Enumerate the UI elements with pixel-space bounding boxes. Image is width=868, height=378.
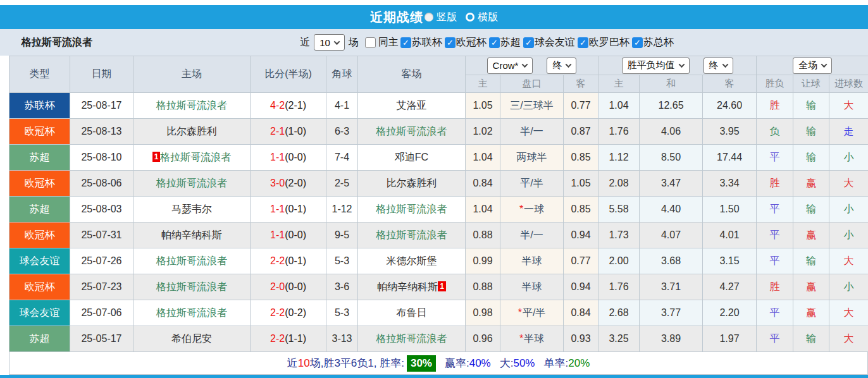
odds-away-cell: 0.87	[564, 119, 598, 145]
team-link[interactable]: 格拉斯哥流浪者	[160, 152, 231, 162]
league-badge: 苏联杯	[9, 93, 70, 119]
corner-cell: 3-13	[326, 326, 358, 352]
score-cell: 2-2(1-1)	[251, 326, 326, 352]
odds-stage-select[interactable]: 终	[547, 58, 576, 74]
match-row: 球会友谊25-07-06格拉斯哥流浪者2-2(0-2)5-3布鲁日0.98*平/…	[9, 300, 868, 326]
team-link: 比尔森胜利	[387, 178, 437, 188]
league-checkbox-label[interactable]: 苏总杯	[643, 36, 674, 49]
team-link[interactable]: 格拉斯哥流浪者	[156, 307, 227, 318]
home-team-cell: 帕纳辛纳科斯	[133, 223, 251, 248]
score-cell: 2-2(0-1)	[251, 248, 326, 274]
score-cell: 1-1(0-0)	[251, 223, 326, 248]
match-count-select[interactable]: 10	[314, 34, 345, 51]
mean-home-cell: 1.73	[598, 223, 640, 248]
league-checkbox-label[interactable]: 苏联杯	[412, 36, 442, 49]
mean-draw-cell: 4.40	[640, 197, 703, 223]
mean-stage-select[interactable]: 终	[704, 58, 733, 74]
mean-home-cell: 1.12	[598, 145, 640, 171]
match-date: 25-08-17	[70, 93, 133, 119]
score-cell: 2-0(0-0)	[251, 274, 326, 300]
team-link[interactable]: 格拉斯哥流浪者	[156, 178, 227, 188]
result-cell: 胜	[757, 274, 793, 300]
team-link[interactable]: 格拉斯哥流浪者	[376, 204, 447, 214]
goals-result-cell: 大	[829, 300, 868, 326]
league-checkbox-label[interactable]: 欧罗巴杯	[589, 36, 629, 49]
corner-cell: 4-1	[326, 93, 358, 119]
handicap-line-cell: 半/一	[500, 119, 564, 145]
radio-horizontal[interactable]	[466, 13, 474, 21]
result-cell: 胜	[757, 171, 793, 197]
handicap-star: *	[519, 333, 523, 344]
odds-home-cell: 0.96	[466, 326, 500, 352]
odds-away-cell: 0.77	[564, 93, 598, 119]
team-link[interactable]: 格拉斯哥流浪者	[376, 126, 447, 137]
goals-result-cell: 小	[829, 145, 868, 171]
result-cell: 平	[757, 145, 793, 171]
league-checkbox[interactable]: ✓	[445, 37, 456, 48]
league-badge: 球会友谊	[9, 300, 70, 326]
col-away: 客场	[358, 56, 466, 93]
radio-vertical-label[interactable]: 竖版	[437, 11, 457, 24]
chevron-down-icon	[566, 61, 572, 68]
team-link[interactable]: 格拉斯哥流浪者	[156, 100, 227, 111]
col-odds-line: 盘口	[500, 75, 564, 93]
mean-type-select[interactable]: 胜平负均值	[622, 58, 690, 74]
odds-away-cell: 0.85	[564, 145, 598, 171]
league-checkbox-label[interactable]: 球会友谊	[535, 36, 575, 49]
team-link[interactable]: 格拉斯哥流浪者	[156, 281, 227, 292]
team-link[interactable]: 格拉斯哥流浪者	[156, 255, 227, 266]
league-checkbox-label[interactable]: 欧冠杯	[456, 36, 487, 49]
result-cell: 平	[757, 223, 793, 248]
league-checkbox[interactable]: ✓	[489, 37, 500, 48]
col-mean-away: 客	[703, 75, 757, 93]
col-type: 类型	[9, 56, 70, 93]
odds-away-cell: 0.85	[564, 197, 598, 223]
single-value: 20%	[568, 357, 590, 370]
handicap-result-cell: 输	[793, 93, 829, 119]
league-badge: 苏超	[9, 197, 70, 223]
league-checkbox[interactable]: ✓	[632, 37, 643, 48]
corner-cell: 2-5	[326, 171, 358, 197]
team-link: 帕纳辛纳科斯	[161, 229, 222, 240]
radio-horizontal-label[interactable]: 横版	[478, 11, 498, 24]
league-checkbox[interactable]: ✓	[400, 37, 411, 48]
match-date: 25-08-03	[70, 197, 133, 223]
layout-radio-group: 竖版 横版	[425, 11, 498, 24]
away-team-cell: 格拉斯哥流浪者	[358, 223, 466, 248]
handicap-result-cell: 赢	[793, 274, 829, 300]
odds-home-cell: 0.88	[466, 274, 500, 300]
team-link: 布鲁日	[397, 307, 427, 318]
league-badge: 欧冠杯	[9, 119, 70, 145]
league-badge: 欧冠杯	[9, 223, 70, 248]
team-link[interactable]: 格拉斯哥流浪者	[376, 333, 447, 344]
result-cell: 胜	[757, 93, 793, 119]
same-home-checkbox[interactable]	[365, 37, 376, 48]
team-link: 马瑟韦尔	[171, 204, 212, 214]
handicap-result-cell: 赢	[793, 223, 829, 248]
away-team-cell: 比尔森胜利	[358, 171, 466, 197]
handicap-line-cell: 半/一	[500, 223, 564, 248]
radio-vertical-selected[interactable]	[425, 13, 433, 21]
result-cell: 平	[757, 248, 793, 274]
team-link[interactable]: 格拉斯哥流浪者	[376, 229, 447, 240]
handicap-result-cell: 赢	[793, 171, 829, 197]
league-checkbox[interactable]: ✓	[523, 37, 534, 48]
odds-away-cell: 0.93	[564, 326, 598, 352]
match-date: 25-07-23	[70, 274, 133, 300]
home-team-cell: 比尔森胜利	[133, 119, 251, 145]
odds-home-cell: 1.02	[466, 119, 500, 145]
bookmaker-select[interactable]: Crow*	[487, 58, 533, 74]
away-team-cell: 格拉斯哥流浪者	[358, 197, 466, 223]
scope-select[interactable]: 全场	[793, 58, 832, 74]
home-team-cell: 格拉斯哥流浪者	[133, 300, 251, 326]
league-checkbox[interactable]: ✓	[578, 37, 588, 48]
col-odds-away: 客	[564, 75, 598, 93]
panel-title: 近期战绩	[370, 9, 423, 26]
col-corner: 角球	[326, 56, 358, 93]
away-team-cell: 艾洛亚	[358, 93, 466, 119]
odds-away-cell: 0.94	[564, 223, 598, 248]
league-badge: 苏超	[9, 145, 70, 171]
league-checkbox-label[interactable]: 苏超	[500, 36, 521, 49]
odds-home-cell: 0.88	[466, 223, 500, 248]
col-result: 胜负	[757, 75, 793, 93]
